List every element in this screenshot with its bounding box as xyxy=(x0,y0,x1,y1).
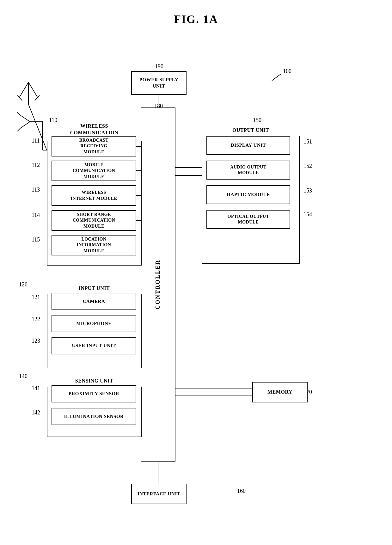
ref-114: 114 xyxy=(32,212,40,218)
ref-122: 122 xyxy=(32,316,40,323)
ref-141: 141 xyxy=(32,385,40,392)
haptic-box: HAPTIC MODULE xyxy=(206,185,290,204)
display-box: DISPLAY UNIT xyxy=(206,136,290,155)
svg-line-23 xyxy=(17,112,21,115)
audio-box: AUDIO OUTPUTMODULE xyxy=(206,161,290,180)
user-input-box: USER INPUT UNIT xyxy=(52,337,136,354)
svg-line-21 xyxy=(21,115,30,122)
ref-115: 115 xyxy=(32,236,40,243)
ref-120: 120 xyxy=(19,281,28,288)
ref-123: 123 xyxy=(32,338,40,344)
ref-152: 152 xyxy=(303,163,312,169)
power-supply-box: POWER SUPPLYUNIT xyxy=(131,71,187,95)
page-title: FIG. 1A xyxy=(0,0,392,26)
illumination-box: ILLUMINATION SENSOR xyxy=(52,408,136,425)
ref-112: 112 xyxy=(32,162,40,168)
ref-111: 111 xyxy=(32,138,40,144)
memory-box: MEMORY xyxy=(252,382,308,402)
mobile-comm-box: MOBILECOMMUNICATIONMODULE xyxy=(52,161,136,181)
location-box: LOCATIONINFORMATIONMODULE xyxy=(52,235,136,255)
camera-box: CAMERA xyxy=(52,293,136,310)
svg-line-25 xyxy=(272,74,281,81)
input-label: INPUT UNIT xyxy=(47,283,142,294)
svg-line-40 xyxy=(19,82,28,98)
ref-153: 153 xyxy=(303,187,312,194)
svg-line-41 xyxy=(28,82,38,98)
ref-121: 121 xyxy=(32,294,40,301)
controller-box: CONTROLLER xyxy=(141,107,175,462)
optical-box: OPTICAL OUTPUTMODULE xyxy=(206,210,290,229)
ref-140: 140 xyxy=(19,373,28,380)
ref-142: 142 xyxy=(32,409,40,416)
ref-113: 113 xyxy=(32,187,40,193)
broadcast-box: BROADCASTRECEIVINGMODULE xyxy=(52,136,136,156)
ref-100: 100 xyxy=(283,68,291,75)
microphone-box: MICROPHONE xyxy=(52,315,136,332)
interface-box: INTERFACE UNIT xyxy=(131,484,187,504)
ref-151: 151 xyxy=(303,138,312,145)
ref-150: 150 xyxy=(253,117,261,124)
svg-line-22 xyxy=(21,122,30,128)
short-range-box: SHORT-RANGECOMMUNICATIONMODULE xyxy=(52,210,136,231)
proximity-box: PROXIMITY SENSOR xyxy=(52,385,136,402)
ref-190: 190 xyxy=(155,63,163,70)
ref-110: 110 xyxy=(49,117,57,124)
ref-160: 160 xyxy=(237,488,246,494)
wireless-internet-box: WIRELESSINTERNET MODULE xyxy=(52,185,136,206)
svg-line-24 xyxy=(17,128,21,131)
ref-154: 154 xyxy=(303,211,312,218)
output-label: OUTPUT UNIT xyxy=(202,125,300,136)
